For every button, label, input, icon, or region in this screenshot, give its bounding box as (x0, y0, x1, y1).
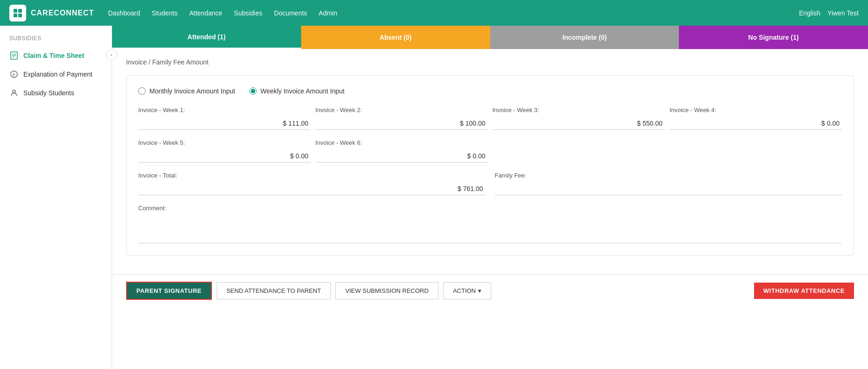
week4-value[interactable]: $ 0.00 (670, 117, 842, 130)
invoice-type-radio-group: Monthly Invoice Amount Input Weekly Invo… (138, 87, 842, 95)
action-chevron-icon: ▾ (478, 287, 481, 294)
total-family-fee-row: Invoice - Total: $ 761.00 Family Fee: (138, 172, 842, 195)
nav-students[interactable]: Students (152, 7, 177, 19)
field-week1: Invoice - Week 1: $ 111.00 (138, 106, 311, 130)
sidebar: Subsidies Claim & Time Sheet $ Explana (0, 26, 112, 369)
comment-input[interactable] (138, 215, 842, 243)
radio-weekly[interactable]: Weekly Invoice Amount Input (249, 87, 345, 95)
svg-rect-2 (14, 14, 17, 17)
field-total: Invoice - Total: $ 761.00 (138, 172, 486, 195)
family-fee-label: Family Fee: (495, 172, 842, 179)
nav-admin[interactable]: Admin (319, 7, 338, 19)
students-icon (9, 88, 19, 98)
main-content: Attended (1) Absent (0) Incomplete (0) N… (112, 26, 868, 369)
total-label: Invoice - Total: (138, 172, 486, 179)
svg-rect-0 (14, 9, 17, 13)
radio-weekly-input[interactable] (249, 87, 257, 95)
action-dropdown-button[interactable]: ACTION ▾ (443, 282, 491, 299)
week6-value[interactable]: $ 0.00 (315, 150, 487, 163)
tab-no-signature[interactable]: No Signature (1) (679, 26, 868, 49)
week1-value[interactable]: $ 111.00 (138, 117, 311, 130)
svg-rect-3 (18, 14, 22, 17)
week5-value[interactable]: $ 0.00 (138, 150, 311, 163)
invoice-card: Monthly Invoice Amount Input Weekly Invo… (126, 75, 854, 255)
navbar-nav: Dashboard Students Attendance Subsidies … (108, 7, 799, 19)
svg-rect-1 (18, 9, 22, 13)
layout: Subsidies Claim & Time Sheet $ Explana (0, 26, 868, 369)
radio-monthly[interactable]: Monthly Invoice Amount Input (138, 87, 235, 95)
field-week-empty2 (670, 139, 842, 163)
week2-value[interactable]: $ 100.00 (315, 117, 487, 130)
sidebar-item-claim-time-sheet[interactable]: Claim & Time Sheet (0, 46, 112, 65)
svg-point-10 (13, 90, 15, 93)
parent-signature-button[interactable]: PARENT SIGNATURE (126, 282, 212, 300)
family-fee-value[interactable] (495, 183, 842, 195)
radio-monthly-input[interactable] (138, 87, 146, 95)
week3-value[interactable]: $ 550.00 (493, 117, 665, 130)
invoice-section-title: Invoice / Family Fee Amount (126, 58, 854, 66)
week5-label: Invoice - Week 5: (138, 139, 311, 146)
radio-weekly-label: Weekly Invoice Amount Input (261, 87, 345, 95)
week3-label: Invoice - Week 3: (493, 106, 665, 114)
tab-incomplete[interactable]: Incomplete (0) (490, 26, 679, 49)
language-dropdown[interactable]: English (799, 9, 820, 17)
view-submission-button[interactable]: VIEW SUBMISSION RECORD (335, 282, 438, 299)
comment-section: Comment: (138, 205, 842, 243)
sidebar-item-explanation-of-payment[interactable]: $ Explanation of Payment (0, 65, 112, 84)
action-label: ACTION (453, 287, 476, 294)
payment-icon: $ (9, 70, 19, 79)
send-attendance-button[interactable]: SEND ATTENDANCE TO PARENT (217, 282, 331, 299)
withdraw-attendance-button[interactable]: WITHDRAW ATTENDANCE (754, 283, 854, 299)
invoice-weeks-row1: Invoice - Week 1: $ 111.00 Invoice - Wee… (138, 106, 842, 130)
field-week4: Invoice - Week 4: $ 0.00 (670, 106, 842, 130)
radio-monthly-label: Monthly Invoice Amount Input (149, 87, 235, 95)
tab-absent[interactable]: Absent (0) (301, 26, 490, 49)
claim-icon (9, 51, 19, 60)
week2-label: Invoice - Week 2: (315, 106, 487, 114)
sidebar-label-students: Subsidy Students (23, 89, 74, 97)
brand-name: CARECONNECT (31, 9, 94, 17)
field-week5: Invoice - Week 5: $ 0.00 (138, 139, 311, 163)
action-bar: PARENT SIGNATURE SEND ATTENDANCE TO PARE… (112, 274, 868, 307)
logo-icon (9, 5, 26, 21)
nav-subsidies[interactable]: Subsidies (234, 7, 262, 19)
attendance-tabs: Attended (1) Absent (0) Incomplete (0) N… (112, 26, 868, 49)
sidebar-label-claim: Claim & Time Sheet (23, 52, 84, 59)
navbar: CARECONNECT Dashboard Students Attendanc… (0, 0, 868, 26)
svg-text:$: $ (13, 72, 15, 77)
field-family-fee: Family Fee: (495, 172, 842, 195)
tab-attended[interactable]: Attended (1) (112, 26, 301, 49)
sidebar-section-label: Subsidies (0, 33, 112, 46)
invoice-weeks-row2: Invoice - Week 5: $ 0.00 Invoice - Week … (138, 139, 842, 163)
nav-documents[interactable]: Documents (274, 7, 307, 19)
brand: CARECONNECT (9, 5, 94, 21)
invoice-section: Invoice / Family Fee Amount Monthly Invo… (112, 49, 868, 274)
sidebar-collapse-button[interactable]: ‹ (106, 49, 117, 60)
field-week-empty1 (493, 139, 665, 163)
week6-label: Invoice - Week 6: (315, 139, 487, 146)
user-dropdown[interactable]: Yiwen Test (827, 9, 859, 17)
navbar-right: English Yiwen Test (799, 9, 859, 17)
total-value[interactable]: $ 761.00 (138, 183, 486, 195)
nav-attendance[interactable]: Attendance (189, 7, 222, 19)
field-week3: Invoice - Week 3: $ 550.00 (493, 106, 665, 130)
sidebar-label-payment: Explanation of Payment (23, 71, 92, 78)
week4-label: Invoice - Week 4: (670, 106, 842, 114)
comment-label: Comment: (138, 205, 842, 212)
week1-label: Invoice - Week 1: (138, 106, 311, 114)
field-week2: Invoice - Week 2: $ 100.00 (315, 106, 487, 130)
nav-dashboard[interactable]: Dashboard (108, 7, 140, 19)
sidebar-item-subsidy-students[interactable]: Subsidy Students (0, 84, 112, 102)
field-week6: Invoice - Week 6: $ 0.00 (315, 139, 487, 163)
